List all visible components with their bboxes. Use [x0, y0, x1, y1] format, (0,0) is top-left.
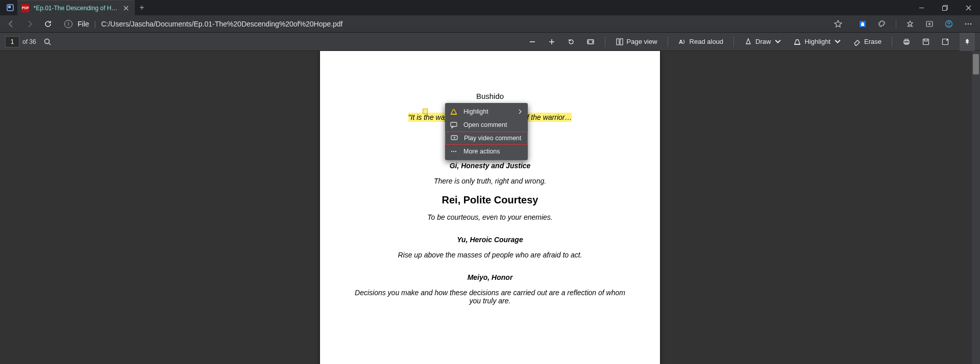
section-3-body: Rise up above the masses of people who a…: [351, 251, 629, 259]
section-4-body: Decisions you make and how these decisio…: [351, 289, 629, 305]
svg-text:A: A: [679, 39, 683, 45]
doc-title: Bushido: [351, 92, 629, 100]
ctx-open-comment[interactable]: Open comment: [445, 118, 528, 132]
window-minimize-button[interactable]: [910, 0, 933, 15]
comment-marker-icon[interactable]: [423, 109, 428, 114]
section-1-body: There is only truth, right and wrong.: [351, 177, 629, 185]
svg-point-26: [451, 151, 452, 152]
tab-close-button[interactable]: [122, 5, 130, 12]
new-tab-button[interactable]: +: [135, 0, 149, 15]
pdf-toolbar: of 36 Page view A Read aloud Draw Highli…: [0, 33, 980, 51]
svg-point-11: [44, 39, 49, 43]
ctx-play-video-comment[interactable]: Play video comment: [445, 132, 528, 145]
omnibox-right-icons: [830, 17, 846, 31]
window-restore-button[interactable]: [933, 0, 957, 15]
ctx-highlight[interactable]: Highlight: [445, 105, 528, 118]
browser-extension-icon-1[interactable]: [855, 17, 870, 31]
context-menu: Highlight Open comment Play video commen…: [445, 103, 528, 160]
address-bar: i File | C:/Users/Jascha/Documents/Ep.01…: [0, 15, 980, 33]
section-1-head: Gi, Honesty and Justice: [351, 162, 629, 170]
browser-tab[interactable]: PDF *Ep.01-The Descending of Hope: [17, 0, 135, 15]
pdf-file-icon: PDF: [21, 4, 29, 12]
toolbar-separator: [733, 37, 734, 47]
svg-rect-13: [617, 39, 619, 45]
collections-icon[interactable]: [922, 17, 937, 31]
save-button[interactable]: [918, 35, 934, 49]
nav-forward-button[interactable]: [22, 17, 37, 31]
profile-icon[interactable]: [941, 17, 957, 31]
svg-rect-21: [924, 39, 927, 41]
settings-menu-icon[interactable]: [961, 17, 976, 31]
section-4-head: Meiyo, Honor: [351, 273, 629, 281]
section-3-head: Yu, Heroic Courage: [351, 236, 629, 244]
highlight-label: Highlight: [804, 38, 830, 45]
svg-rect-23: [451, 114, 457, 115]
svg-rect-14: [620, 39, 623, 45]
url-separator: |: [94, 20, 96, 28]
chevron-right-icon: [518, 109, 523, 114]
nav-back-button[interactable]: [4, 17, 18, 31]
ctx-more-actions[interactable]: More actions: [445, 145, 528, 158]
tab-title: *Ep.01-The Descending of Hope: [33, 5, 118, 12]
url-box[interactable]: i File | C:/Users/Jascha/Documents/Ep.01…: [59, 17, 851, 31]
page-view-button[interactable]: Page view: [611, 35, 662, 49]
svg-point-7: [948, 22, 950, 24]
erase-button[interactable]: Erase: [849, 35, 886, 49]
window-controls: [910, 0, 980, 15]
more-icon: [450, 148, 457, 155]
ctx-label: Open comment: [463, 121, 507, 128]
toolbar-separator: [892, 37, 892, 47]
svg-rect-18: [905, 39, 908, 41]
svg-point-9: [968, 23, 969, 24]
pin-toolbar-button[interactable]: [960, 33, 975, 51]
draw-label: Draw: [755, 38, 771, 45]
svg-rect-20: [923, 39, 929, 44]
site-info-icon[interactable]: i: [64, 20, 72, 28]
window-titlebar: PDF *Ep.01-The Descending of Hope +: [0, 0, 980, 15]
toolbar-divider: [896, 19, 896, 29]
find-button[interactable]: [39, 35, 56, 49]
tabstrip: PDF *Ep.01-The Descending of Hope +: [0, 0, 149, 15]
svg-rect-16: [794, 44, 800, 45]
ctx-label: Highlight: [463, 108, 488, 115]
print-button[interactable]: [898, 35, 915, 49]
toolbar-separator: [668, 37, 668, 47]
scrollbar-thumb[interactable]: [973, 54, 979, 74]
pdf-page: Bushido "It is the way of the sword…the …: [320, 51, 660, 364]
save-as-button[interactable]: [937, 35, 953, 49]
favorites-list-icon[interactable]: [902, 17, 918, 31]
svg-point-28: [455, 151, 456, 152]
svg-rect-1: [8, 6, 11, 8]
window-close-button[interactable]: [957, 0, 980, 15]
page-number-input[interactable]: [5, 36, 19, 47]
fit-page-button[interactable]: [582, 35, 599, 49]
nav-refresh-button[interactable]: [41, 17, 55, 31]
url-scheme-label: File: [78, 20, 89, 28]
highlighter-icon: [450, 108, 457, 115]
zoom-out-button[interactable]: [524, 35, 541, 49]
svg-rect-24: [451, 122, 457, 126]
toolbar-separator: [605, 37, 605, 47]
svg-point-8: [965, 23, 967, 24]
vertical-scrollbar[interactable]: [972, 51, 980, 364]
url-path: C:/Users/Jascha/Documents/Ep.01-The%20De…: [101, 20, 342, 28]
read-aloud-label: Read aloud: [690, 38, 724, 45]
svg-rect-3: [942, 6, 946, 10]
ctx-label: More actions: [463, 148, 500, 155]
draw-button[interactable]: Draw: [740, 35, 786, 49]
extensions-icon[interactable]: [874, 17, 890, 31]
comment-icon: [450, 121, 457, 128]
ctx-label: Play video comment: [464, 135, 522, 142]
page-view-label: Page view: [627, 38, 657, 45]
rotate-button[interactable]: [563, 35, 579, 49]
read-aloud-button[interactable]: A Read aloud: [674, 35, 728, 49]
erase-label: Erase: [864, 38, 881, 45]
section-2-head: Rei, Polite Courtesy: [351, 194, 629, 206]
pdf-viewport[interactable]: Bushido "It is the way of the sword…the …: [0, 51, 980, 364]
svg-point-10: [970, 23, 972, 24]
highlight-button[interactable]: Highlight: [789, 35, 846, 49]
video-comment-icon: [451, 135, 458, 142]
app-icon: [3, 0, 17, 15]
zoom-in-button[interactable]: [544, 35, 560, 49]
favorite-star-icon[interactable]: [830, 17, 846, 31]
